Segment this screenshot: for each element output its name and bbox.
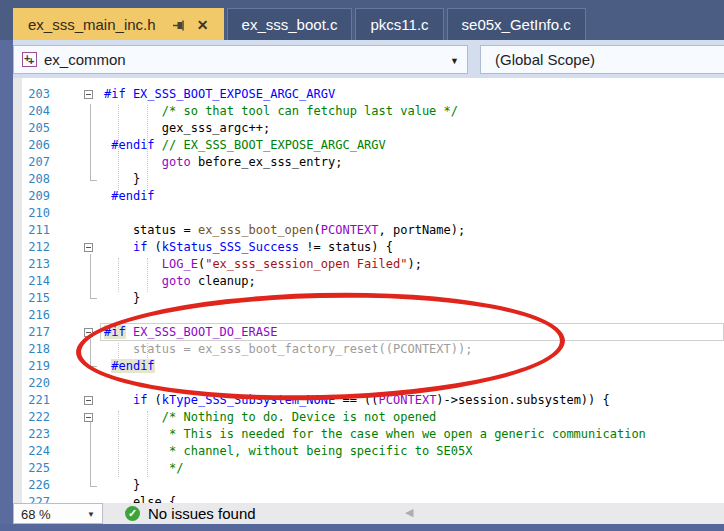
code-line[interactable]: 227 else { (22, 494, 724, 503)
code-editor[interactable]: 203#if EX_SSS_BOOT_EXPOSE_ARGC_ARGV204 /… (0, 78, 724, 503)
line-number: 226 (25, 477, 50, 494)
line-number: 207 (25, 154, 50, 171)
tab-label: se05x_GetInfo.c (460, 16, 573, 33)
navigation-bar: ++ ex_common ▼ (Global Scope) (13, 40, 724, 78)
health-status-text: No issues found (148, 505, 256, 522)
tab-strip: ex_sss_main_inc.h✕ex_sss_boot.cpkcs11.cs… (13, 8, 589, 40)
document-health-indicator[interactable]: ✓ No issues found (125, 503, 256, 524)
code-text: /* Nothing to do. Device is not opened (104, 409, 436, 426)
line-number: 225 (25, 460, 50, 477)
code-line[interactable]: 223 * This is needed for the case when w… (22, 426, 724, 443)
code-text: /* so that tool can fetchup last value *… (104, 103, 458, 120)
code-text: status = ex_sss_boot_open(PCONTEXT, port… (104, 222, 465, 239)
indent-guide (147, 411, 148, 477)
fold-collapse-icon[interactable] (84, 396, 93, 405)
code-text: #if EX_SSS_BOOT_EXPOSE_ARGC_ARGV (104, 86, 335, 103)
chevron-down-icon: ▼ (87, 510, 95, 519)
line-number: 213 (25, 256, 50, 273)
line-number: 224 (25, 443, 50, 460)
context-dropdown[interactable]: (Global Scope) (480, 45, 724, 74)
fold-collapse-icon[interactable] (84, 243, 93, 252)
scope-dropdown-value: ex_common (44, 51, 126, 68)
line-number: 211 (25, 222, 50, 239)
close-icon[interactable]: ✕ (195, 17, 211, 33)
code-text: goto before_ex_sss_entry; (104, 154, 342, 171)
tab-label: ex_sss_boot.c (240, 16, 340, 33)
fold-connector-tick (90, 180, 97, 181)
line-number: 205 (25, 120, 50, 137)
code-text: gex_sss_argc++; (104, 120, 270, 137)
tab-label: ex_sss_main_inc.h (26, 16, 158, 33)
code-line[interactable]: 213 LOG_E("ex_sss_session_open Failed"); (22, 256, 724, 273)
indent-guide (147, 258, 148, 292)
fold-connector-tick (90, 486, 97, 487)
code-text: if (kStatus_SSS_Success != status) { (104, 239, 393, 256)
fold-connector-line (90, 254, 91, 298)
code-line[interactable]: 206 #endif // EX_SSS_BOOT_EXPOSE_ARGC_AR… (22, 137, 724, 154)
code-line[interactable]: 214 goto cleanup; (22, 273, 724, 290)
line-number: 223 (25, 426, 50, 443)
code-line[interactable]: 204 /* so that tool can fetchup last val… (22, 103, 724, 120)
code-line[interactable]: 210 (22, 205, 724, 222)
code-text: else { (104, 494, 176, 503)
fold-collapse-icon[interactable] (84, 90, 93, 99)
fold-connector-line (90, 422, 91, 486)
context-dropdown-value: (Global Scope) (495, 51, 595, 68)
line-number: 215 (25, 290, 50, 307)
code-text: goto cleanup; (104, 273, 256, 290)
line-number: 204 (25, 103, 50, 120)
code-line[interactable]: 212 if (kStatus_SSS_Success != status) { (22, 239, 724, 256)
tab-ex_sss_boot.c[interactable]: ex_sss_boot.c (227, 8, 353, 40)
code-text: } (104, 290, 140, 307)
code-line[interactable]: 209 #endif (22, 188, 724, 205)
line-number: 209 (25, 188, 50, 205)
member-icon: ++ (22, 52, 37, 67)
vs-editor-window: ex_sss_main_inc.h✕ex_sss_boot.cpkcs11.cs… (0, 0, 724, 531)
tab-ex_sss_main_inc.h[interactable]: ex_sss_main_inc.h✕ (13, 8, 224, 40)
scope-dropdown[interactable]: ++ ex_common ▼ (13, 45, 468, 74)
code-line[interactable]: 207 goto before_ex_sss_entry; (22, 154, 724, 171)
code-line[interactable]: 205 gex_sss_argc++; (22, 120, 724, 137)
line-number: 217 (25, 324, 50, 341)
line-number: 216 (25, 307, 50, 324)
line-number: 227 (25, 494, 50, 503)
check-circle-icon: ✓ (125, 506, 140, 521)
line-number: 212 (25, 239, 50, 256)
zoom-level-dropdown[interactable]: 68 % ▼ (13, 503, 103, 524)
indent-guide (118, 105, 119, 190)
horizontal-scrollbar[interactable]: 68 % ▼ ✓ No issues found ◀ (13, 503, 724, 524)
tab-pkcs11.c[interactable]: pkcs11.c (355, 8, 443, 40)
code-text: } (104, 171, 140, 188)
indent-guide (118, 258, 119, 292)
line-number: 206 (25, 137, 50, 154)
code-line[interactable]: 226 } (22, 477, 724, 494)
scrollbar-left-arrow-icon[interactable]: ◀ (405, 506, 413, 519)
code-line[interactable]: 222 /* Nothing to do. Device is not open… (22, 409, 724, 426)
indent-guide (118, 411, 119, 477)
code-line[interactable]: 208 } (22, 171, 724, 188)
zoom-level-value: 68 % (21, 507, 51, 522)
pin-icon[interactable] (172, 17, 187, 32)
code-text: } (104, 477, 140, 494)
fold-collapse-icon[interactable] (84, 413, 93, 422)
code-line[interactable]: 225 */ (22, 460, 724, 477)
code-line[interactable]: 224 * channel, without being specific to… (22, 443, 724, 460)
line-number: 218 (25, 341, 50, 358)
window-bottom-border (0, 524, 724, 531)
window-left-border (0, 40, 13, 531)
document-tab-bar: ex_sss_main_inc.h✕ex_sss_boot.cpkcs11.cs… (0, 0, 724, 40)
indent-guide (147, 105, 148, 190)
line-number: 220 (25, 375, 50, 392)
tab-se05x_GetInfo.c[interactable]: se05x_GetInfo.c (447, 8, 586, 40)
fold-connector-line (90, 104, 91, 180)
code-text: * channel, without being specific to SE0… (104, 443, 472, 460)
line-number: 221 (25, 392, 50, 409)
line-number: 210 (25, 205, 50, 222)
chevron-down-icon: ▼ (450, 56, 459, 66)
line-number: 219 (25, 358, 50, 375)
breakpoint-glyph-margin[interactable] (13, 78, 22, 503)
code-line[interactable]: 211 status = ex_sss_boot_open(PCONTEXT, … (22, 222, 724, 239)
line-number: 208 (25, 171, 50, 188)
code-line[interactable]: 203#if EX_SSS_BOOT_EXPOSE_ARGC_ARGV (22, 86, 724, 103)
code-text: */ (104, 460, 183, 477)
